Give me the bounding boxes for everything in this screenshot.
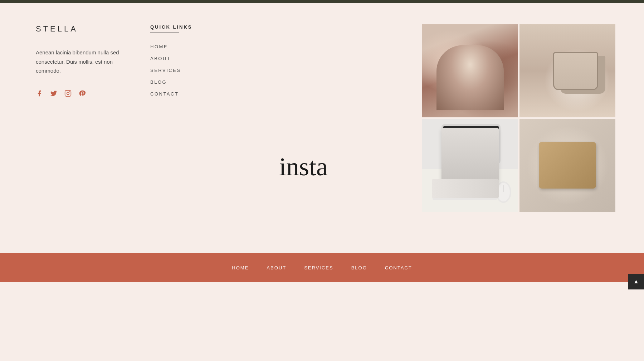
svg-rect-40 [458, 185, 460, 187]
svg-point-16 [459, 54, 461, 56]
svg-point-76 [544, 159, 566, 164]
svg-point-67 [521, 131, 614, 210]
svg-rect-65 [460, 172, 463, 180]
brand-column: STELLA Aenean lacinia bibendum nulla sed… [36, 24, 150, 225]
svg-rect-75 [544, 162, 566, 175]
svg-rect-69 [535, 153, 600, 196]
svg-rect-68 [533, 151, 601, 197]
svg-rect-31 [465, 164, 475, 171]
svg-point-23 [548, 56, 594, 64]
svg-rect-49 [447, 189, 450, 192]
svg-rect-7 [447, 64, 468, 99]
svg-point-61 [441, 173, 452, 179]
instagram-photo-2[interactable] [519, 24, 615, 117]
svg-rect-34 [434, 183, 495, 198]
svg-rect-45 [479, 185, 482, 187]
instagram-photo-3[interactable] [422, 119, 518, 212]
svg-point-83 [582, 157, 585, 161]
svg-rect-3 [422, 24, 518, 117]
footer-nav-contact[interactable]: CONTACT [385, 265, 412, 270]
svg-point-25 [542, 82, 600, 89]
svg-rect-48 [442, 189, 445, 192]
svg-rect-63 [453, 172, 456, 180]
svg-rect-5 [422, 24, 472, 117]
nav-link-home[interactable]: HOME [150, 44, 229, 49]
svg-rect-4 [440, 24, 518, 89]
svg-rect-52 [461, 189, 464, 192]
svg-point-21 [548, 75, 594, 84]
nav-link-blog[interactable]: BLOG [150, 79, 229, 85]
svg-rect-37 [445, 185, 448, 187]
svg-rect-33 [433, 181, 497, 200]
svg-rect-64 [457, 172, 459, 180]
svg-point-17 [482, 57, 483, 59]
svg-rect-13 [452, 87, 492, 108]
svg-rect-87 [546, 157, 549, 165]
svg-rect-88 [580, 189, 615, 212]
svg-point-60 [449, 174, 467, 182]
svg-rect-90 [529, 165, 534, 180]
svg-point-1 [67, 92, 69, 94]
svg-rect-51 [456, 189, 459, 192]
nav-link-services[interactable]: SERVICES [150, 68, 229, 73]
insta-label: insta [279, 152, 328, 182]
svg-rect-38 [449, 185, 452, 187]
svg-rect-29 [443, 126, 499, 160]
svg-point-85 [584, 153, 587, 156]
svg-rect-44 [475, 185, 478, 187]
nav-link-contact[interactable]: CONTACT [150, 91, 229, 97]
svg-point-77 [546, 160, 564, 164]
brand-name: STELLA [36, 24, 136, 34]
svg-rect-39 [453, 185, 456, 187]
svg-rect-19 [519, 24, 615, 117]
instagram-photo-4[interactable] [519, 119, 615, 212]
twitter-icon[interactable] [50, 90, 57, 97]
svg-rect-91 [601, 165, 606, 180]
insta-column: insta [250, 24, 615, 225]
instagram-icon[interactable] [64, 90, 72, 97]
svg-rect-32 [458, 170, 483, 172]
svg-rect-10 [475, 67, 494, 99]
svg-rect-30 [445, 128, 497, 158]
social-icons [36, 90, 136, 97]
svg-rect-0 [65, 90, 71, 96]
footer-nav-about[interactable]: ABOUT [267, 265, 286, 270]
nav-link-about[interactable]: ABOUT [150, 56, 229, 61]
svg-rect-46 [483, 185, 486, 187]
svg-point-86 [543, 153, 552, 162]
footer-nav-blog[interactable]: BLOG [351, 265, 367, 270]
pinterest-icon[interactable] [79, 90, 86, 97]
svg-rect-22 [548, 60, 594, 83]
links-column: QUICK LINKS HOME ABOUT SERVICES BLOG CON… [150, 24, 250, 225]
svg-rect-55 [475, 189, 478, 192]
svg-rect-47 [438, 189, 441, 192]
svg-point-74 [543, 171, 566, 177]
svg-rect-20 [569, 24, 615, 74]
brand-description: Aenean lacinia bibendum nulla sed consec… [36, 48, 136, 75]
svg-point-82 [577, 154, 580, 157]
photo-grid [422, 24, 615, 212]
svg-rect-66 [519, 119, 615, 212]
main-content: STELLA Aenean lacinia bibendum nulla sed… [0, 3, 644, 253]
footer-nav-services[interactable]: SERVICES [304, 265, 333, 270]
svg-rect-56 [454, 194, 486, 196]
svg-point-6 [447, 40, 468, 65]
svg-rect-42 [466, 185, 469, 187]
facebook-icon[interactable] [36, 90, 43, 97]
top-bar [0, 0, 644, 3]
svg-point-11 [474, 42, 495, 59]
instagram-photo-1[interactable] [422, 24, 518, 117]
svg-rect-53 [465, 189, 469, 192]
svg-rect-89 [519, 201, 541, 212]
svg-point-84 [579, 160, 581, 162]
scroll-top-icon: ▲ [633, 278, 639, 285]
svg-rect-28 [441, 124, 501, 164]
svg-point-80 [568, 148, 595, 168]
footer: HOME ABOUT SERVICES BLOG CONTACT [0, 253, 644, 282]
svg-point-24 [553, 57, 589, 63]
footer-nav-home[interactable]: HOME [232, 265, 249, 270]
scroll-top-button[interactable]: ▲ [628, 274, 644, 289]
svg-point-8 [446, 36, 469, 56]
svg-point-81 [569, 148, 594, 167]
svg-point-9 [474, 45, 494, 68]
